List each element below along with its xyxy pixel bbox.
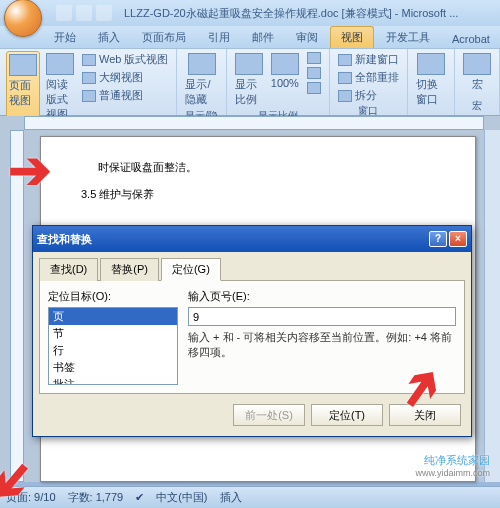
zoom-button[interactable]: 显示比例 bbox=[233, 51, 265, 109]
split-button[interactable]: 拆分 bbox=[336, 87, 401, 104]
outline-icon bbox=[82, 72, 96, 84]
tab-references[interactable]: 引用 bbox=[198, 27, 240, 48]
page-view-button[interactable]: 页面视图 bbox=[6, 51, 40, 124]
tab-view[interactable]: 视图 bbox=[330, 26, 374, 48]
help-button[interactable]: ? bbox=[429, 231, 447, 247]
title-bar: LLZZ-GD-20永磁起重吸盘安全操作规程.doc [兼容模式] - Micr… bbox=[0, 0, 500, 26]
showhide-icon bbox=[188, 53, 216, 75]
switch-window-button[interactable]: 切换窗口 bbox=[414, 51, 448, 109]
page-view-label: 页面视图 bbox=[9, 78, 37, 108]
list-item[interactable]: 页 bbox=[49, 308, 177, 325]
list-item[interactable]: 批注 bbox=[49, 376, 177, 385]
hint-text: 输入 + 和 - 可将相关内容移至当前位置。例如: +4 将前移四项。 bbox=[188, 330, 456, 360]
page-icon bbox=[9, 54, 37, 76]
redo-icon[interactable] bbox=[96, 5, 112, 21]
tab-replace[interactable]: 替换(P) bbox=[100, 258, 159, 281]
list-item[interactable]: 书签 bbox=[49, 359, 177, 376]
tab-find[interactable]: 查找(D) bbox=[39, 258, 98, 281]
quick-access-toolbar bbox=[56, 5, 112, 21]
tab-acrobat[interactable]: Acrobat bbox=[442, 30, 500, 48]
horizontal-ruler[interactable] bbox=[24, 116, 484, 130]
zoom-icon bbox=[235, 53, 263, 75]
new-window-icon bbox=[338, 54, 352, 66]
dialog-tabs: 查找(D) 替换(P) 定位(G) bbox=[39, 258, 465, 281]
tab-home[interactable]: 开始 bbox=[44, 27, 86, 48]
tab-layout[interactable]: 页面布局 bbox=[132, 27, 196, 48]
pct-icon bbox=[271, 53, 299, 75]
arrange-icon bbox=[338, 72, 352, 84]
reading-icon bbox=[46, 53, 74, 75]
insert-mode[interactable]: 插入 bbox=[220, 490, 242, 505]
normal-view-button[interactable]: 普通视图 bbox=[80, 87, 170, 104]
web-layout-button[interactable]: Web 版式视图 bbox=[80, 51, 170, 68]
dialog-title: 查找和替换 bbox=[37, 232, 92, 247]
macros-icon bbox=[463, 53, 491, 75]
tab-goto[interactable]: 定位(G) bbox=[161, 258, 221, 281]
page-number-label: 输入页号(E): bbox=[188, 289, 456, 304]
word-count[interactable]: 字数: 1,779 bbox=[68, 490, 124, 505]
new-window-button[interactable]: 新建窗口 bbox=[336, 51, 401, 68]
normal-icon bbox=[82, 90, 96, 102]
split-icon bbox=[338, 90, 352, 102]
section-heading: 3.5 维护与保养 bbox=[81, 184, 435, 205]
macros-button[interactable]: 宏 bbox=[461, 51, 493, 94]
one-page-button[interactable] bbox=[305, 51, 323, 65]
previous-button[interactable]: 前一处(S) bbox=[233, 404, 305, 426]
annotation-arrow-icon: ➔ bbox=[8, 140, 52, 200]
watermark: 纯净系统家园 www.yidaimm.com bbox=[415, 451, 490, 478]
ribbon: 页面视图 阅读版式视图 Web 版式视图 大纲视图 普通视图 文档视图 显示/隐… bbox=[0, 48, 500, 116]
list-item[interactable]: 行 bbox=[49, 342, 177, 359]
goto-target-list[interactable]: 页 节 行 书签 批注 脚注 bbox=[48, 307, 178, 385]
web-icon bbox=[82, 54, 96, 66]
status-bar: 页面: 9/10 字数: 1,779 ✔ 中文(中国) 插入 bbox=[0, 486, 500, 508]
tab-review[interactable]: 审阅 bbox=[286, 27, 328, 48]
list-item[interactable]: 节 bbox=[49, 325, 177, 342]
office-button[interactable] bbox=[4, 0, 42, 37]
ribbon-tabs: 开始 插入 页面布局 引用 邮件 审阅 视图 开发工具 Acrobat bbox=[0, 26, 500, 48]
close-icon[interactable]: × bbox=[449, 231, 467, 247]
page-width-button[interactable] bbox=[305, 81, 323, 95]
vertical-scrollbar[interactable] bbox=[484, 130, 500, 482]
tab-developer[interactable]: 开发工具 bbox=[376, 27, 440, 48]
reading-view-button[interactable]: 阅读版式视图 bbox=[44, 51, 76, 124]
dialog-titlebar[interactable]: 查找和替换 ? × bbox=[33, 226, 471, 252]
tab-insert[interactable]: 插入 bbox=[88, 27, 130, 48]
target-label: 定位目标(O): bbox=[48, 289, 178, 304]
body-text: 时保证吸盘面整洁。 bbox=[81, 157, 435, 178]
arrange-all-button[interactable]: 全部重排 bbox=[336, 69, 401, 86]
language-indicator[interactable]: 中文(中国) bbox=[156, 490, 207, 505]
page-number-input[interactable] bbox=[188, 307, 456, 326]
spellcheck-icon[interactable]: ✔ bbox=[135, 491, 144, 504]
undo-icon[interactable] bbox=[76, 5, 92, 21]
save-icon[interactable] bbox=[56, 5, 72, 21]
outline-button[interactable]: 大纲视图 bbox=[80, 69, 170, 86]
tab-mailings[interactable]: 邮件 bbox=[242, 27, 284, 48]
switch-icon bbox=[417, 53, 445, 75]
two-page-button[interactable] bbox=[305, 66, 323, 80]
hundred-pct-button[interactable]: 100% bbox=[269, 51, 301, 109]
show-hide-button[interactable]: 显示/隐藏 bbox=[183, 51, 219, 109]
goto-button[interactable]: 定位(T) bbox=[311, 404, 383, 426]
window-title: LLZZ-GD-20永磁起重吸盘安全操作规程.doc [兼容模式] - Micr… bbox=[124, 6, 458, 21]
macros-group-label: 宏 bbox=[461, 99, 493, 113]
